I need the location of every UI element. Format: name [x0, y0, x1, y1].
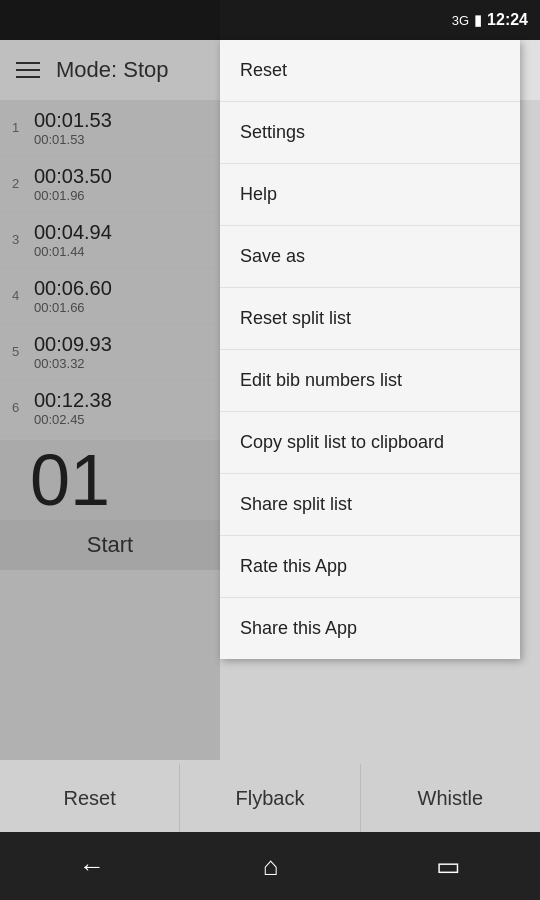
status-icons: 3G ▮ 12:24: [452, 11, 528, 29]
battery-icon: ▮: [474, 11, 482, 29]
menu-item-reset-split-list[interactable]: Reset split list: [220, 288, 520, 350]
menu-item-reset[interactable]: Reset: [220, 40, 520, 102]
menu-item-rate-app[interactable]: Rate this App: [220, 536, 520, 598]
recent-apps-icon[interactable]: ▭: [436, 851, 461, 882]
menu-item-edit-bib-numbers[interactable]: Edit bib numbers list: [220, 350, 520, 412]
menu-item-share-app[interactable]: Share this App: [220, 598, 520, 659]
menu-overlay[interactable]: [0, 0, 220, 760]
home-icon[interactable]: ⌂: [263, 851, 279, 882]
back-icon[interactable]: ←: [79, 851, 105, 882]
menu-item-help[interactable]: Help: [220, 164, 520, 226]
menu-item-save-as[interactable]: Save as: [220, 226, 520, 288]
menu-item-share-split-list[interactable]: Share split list: [220, 474, 520, 536]
whistle-button[interactable]: Whistle: [361, 764, 540, 832]
context-menu: Reset Settings Help Save as Reset split …: [220, 40, 520, 659]
bottom-toolbar: Reset Flyback Whistle: [0, 764, 540, 832]
navigation-bar: ← ⌂ ▭: [0, 832, 540, 900]
reset-button[interactable]: Reset: [0, 764, 180, 832]
clock: 12:24: [487, 11, 528, 29]
flyback-button[interactable]: Flyback: [180, 764, 360, 832]
menu-item-copy-split-list[interactable]: Copy split list to clipboard: [220, 412, 520, 474]
signal-icon: 3G: [452, 13, 469, 28]
menu-item-settings[interactable]: Settings: [220, 102, 520, 164]
